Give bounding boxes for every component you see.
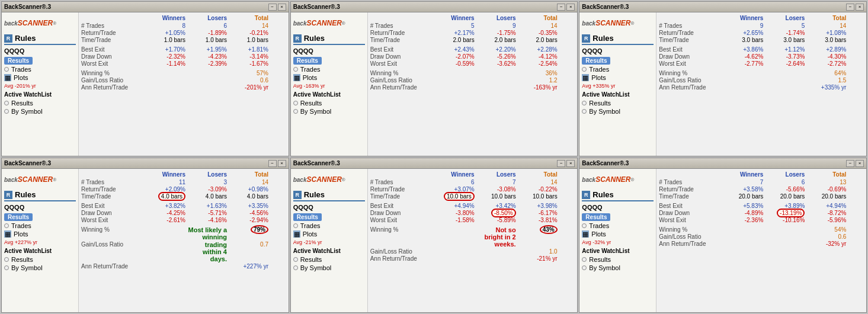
watchlist-header-2: Active WatchList xyxy=(293,91,365,98)
close-btn-6[interactable]: × xyxy=(856,160,864,167)
close-btn-2[interactable]: × xyxy=(566,4,575,11)
symbol-6: QQQQ xyxy=(582,204,654,211)
trades-dot-1 xyxy=(4,67,9,72)
highlight-time-5: 10.0 bars xyxy=(444,192,475,201)
window-1: BackScanner®.3 − × back SCANNER ® R Rule… xyxy=(1,1,289,156)
minimize-btn-2[interactable]: − xyxy=(557,4,565,11)
nav-trades-1[interactable]: Trades xyxy=(4,65,76,73)
main-data-6: Winners Losers Total # Trades 7 6 13 Ret… xyxy=(656,169,866,312)
content-2: back SCANNER ® R Rules QQQQ Results Trad… xyxy=(291,12,578,156)
row-time-1: Time/Trade 1.0 bars 1.0 bars 1.0 bars xyxy=(81,37,286,43)
minimize-btn-4[interactable]: − xyxy=(268,160,277,167)
logo-r-1: ® xyxy=(53,21,56,26)
close-btn-1[interactable]: × xyxy=(278,4,286,11)
title-controls-2: − × xyxy=(557,4,575,11)
rules-header-2: R Rules xyxy=(293,34,365,45)
content-4: back SCANNER ® R Rules QQQQ Results Trad… xyxy=(2,169,289,312)
sidebar-4: back SCANNER ® R Rules QQQQ Results Trad… xyxy=(2,169,79,312)
minimize-btn-3[interactable]: − xyxy=(846,4,854,11)
title-6: BackScanner®.3 xyxy=(582,160,629,166)
plots-icon-1: ▦ xyxy=(4,74,11,81)
avg-6: Avg -32% yr xyxy=(582,239,654,245)
annotation-5: Not so bright in 2 weeks. xyxy=(485,226,516,248)
col-total-1: Total xyxy=(229,15,271,21)
title-3: BackScanner®.3 xyxy=(582,4,629,10)
rules-header-1: R Rules xyxy=(4,34,76,45)
title-bar-2: BackScanner®.3 − × xyxy=(291,2,578,12)
window-6: BackScanner®.3 − × back SCANNER ® R Rule… xyxy=(579,158,867,313)
row-worst-1: Worst Exit -1.14% -2.39% -1.67% xyxy=(81,60,286,67)
logo-2: back SCANNER ® xyxy=(293,15,365,31)
row-draw-1: Draw Down -2.32% -4.23% -3.14% xyxy=(81,53,286,60)
title-4: BackScanner®.3 xyxy=(4,160,51,166)
logo-back-1: back xyxy=(4,20,18,27)
minimize-btn-1[interactable]: − xyxy=(268,4,277,11)
title-5: BackScanner®.3 xyxy=(293,160,340,166)
content-3: back SCANNER ® R Rules QQQQ Results Trad… xyxy=(579,12,866,156)
symbol-5: QQQQ xyxy=(293,204,365,211)
symbol-3: QQQQ xyxy=(582,47,654,55)
window-2: BackScanner®.3 − × back SCANNER ® R Rule… xyxy=(290,1,578,156)
nav-trades-2[interactable]: Trades xyxy=(293,65,365,73)
highlight-winpct-4: 79% xyxy=(251,225,268,234)
row-best-1: Best Exit +1.70% +1.95% +1.81% xyxy=(81,46,286,53)
sidebar-1: back SCANNER ® R Rules QQQQ Results Trad… xyxy=(2,12,79,156)
symbol-2: QQQQ xyxy=(293,47,365,55)
logo-1: back SCANNER ® xyxy=(4,15,76,31)
col-losers-1: Losers xyxy=(188,15,229,21)
wl-symbol-1[interactable]: By Symbol xyxy=(4,107,76,116)
sidebar-6: back SCANNER ® R Rules QQQQ Results Trad… xyxy=(579,169,656,312)
col-winners-1: Winners xyxy=(146,15,188,21)
title-bar-5: BackScanner®.3 − × xyxy=(291,158,578,169)
avg-4: Avg +227% yr xyxy=(4,239,76,245)
title-bar-4: BackScanner®.3 − × xyxy=(2,158,289,169)
wl-results-1[interactable]: Results xyxy=(4,99,76,107)
wl-symbol-label-1[interactable]: By Symbol xyxy=(11,108,43,115)
row-gainloss-1: Gain/Loss Ratio 0.6 xyxy=(81,77,286,84)
annotation-4: Most likely a winning xyxy=(188,226,227,241)
plots-label-1[interactable]: Plots xyxy=(14,74,28,81)
row-trades-1: # Trades 8 6 14 xyxy=(81,23,286,29)
main-data-4: Winners Losers Total # Trades 11 3 14 Re… xyxy=(79,169,289,312)
nav-results-2[interactable]: Results xyxy=(293,56,365,65)
watchlist-header-1: Active WatchList xyxy=(4,91,76,98)
minimize-btn-6[interactable]: − xyxy=(846,160,854,167)
main-data-2: Winners Losers Total # Trades 5 9 14 Ret… xyxy=(368,12,578,156)
nav-plots-2[interactable]: ▦ Plots xyxy=(293,73,365,82)
window-3: BackScanner®.3 − × back SCANNER ® R Rule… xyxy=(579,1,867,156)
avg-2: Avg -163% yr xyxy=(293,83,365,89)
results-btn-1[interactable]: Results xyxy=(4,57,33,65)
close-btn-3[interactable]: × xyxy=(856,4,864,11)
title-1: BackScanner®.3 xyxy=(4,4,51,10)
minimize-btn-5[interactable]: − xyxy=(557,160,565,167)
window-4: BackScanner®.3 − × back SCANNER ® R Rule… xyxy=(1,158,289,313)
sidebar-3: back SCANNER ® R Rules QQQQ Results Trad… xyxy=(579,12,656,156)
content-5: back SCANNER ® R Rules QQQQ Results Trad… xyxy=(291,169,578,312)
close-btn-4[interactable]: × xyxy=(278,160,286,167)
title-controls-1: − × xyxy=(268,4,286,11)
content-1: back SCANNER ® R Rules QQQQ Results Trad… xyxy=(2,12,289,156)
nav-plots-1[interactable]: ▦ Plots xyxy=(4,73,76,82)
row-return-1: Return/Trade +1.05% -1.89% -0.21% xyxy=(81,30,286,36)
title-bar-6: BackScanner®.3 − × xyxy=(579,158,866,169)
symbol-4: QQQQ xyxy=(4,204,76,211)
close-btn-5[interactable]: × xyxy=(566,160,575,167)
rules-label-1: Rules xyxy=(15,34,36,43)
sidebar-2: back SCANNER ® R Rules QQQQ Results Trad… xyxy=(291,12,368,156)
main-data-5: Winners Losers Total # Trades 6 7 14 Ret… xyxy=(368,169,578,312)
nav-results-1[interactable]: Results xyxy=(4,56,76,65)
avg-3: Avg +335% yr xyxy=(582,83,654,89)
avg-1: Avg -201% yr xyxy=(4,83,76,89)
row-ann-1: Ann Return/Trade -201% yr xyxy=(81,84,286,91)
main-data-3: Winners Losers Total # Trades 9 5 14 Ret… xyxy=(656,12,866,156)
window-5: BackScanner®.3 − × back SCANNER ® R Rule… xyxy=(290,158,578,313)
main-data-1: Winners Losers Total # Trades 8 6 14 Ret… xyxy=(79,12,289,156)
data-header-1: Winners Losers Total xyxy=(81,15,286,21)
wl-results-label-1[interactable]: Results xyxy=(11,100,33,107)
symbol-1: QQQQ xyxy=(4,47,76,55)
highlight-winpct-5: 43% xyxy=(540,225,558,234)
wl-dot-r1 xyxy=(4,101,9,105)
trades-label-1[interactable]: Trades xyxy=(11,66,31,73)
wl-dot-s1 xyxy=(4,109,9,114)
title-bar-1: BackScanner®.3 − × xyxy=(2,2,289,12)
